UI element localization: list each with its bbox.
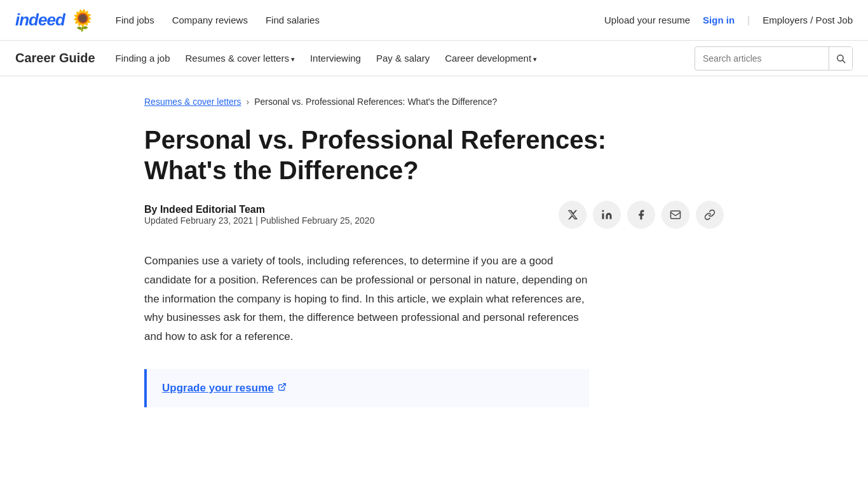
twitter-share-button[interactable] — [559, 201, 587, 229]
facebook-icon — [635, 209, 647, 220]
career-guide-title: Career Guide — [15, 51, 95, 65]
search-container — [695, 46, 853, 71]
resumes-dropdown-arrow: ▾ — [291, 55, 295, 63]
article-title: Personal vs. Professional References: Wh… — [144, 125, 665, 186]
email-share-button[interactable] — [661, 201, 689, 229]
resumes-cover-letters-link[interactable]: Resumes & cover letters▾ — [186, 53, 295, 64]
indeed-wordmark: indeed — [15, 10, 65, 30]
pay-salary-link[interactable]: Pay & salary — [376, 53, 430, 64]
linkedin-share-button[interactable] — [593, 201, 621, 229]
sign-in-link[interactable]: Sign in — [703, 15, 735, 25]
breadcrumb-parent-link[interactable]: Resumes & cover letters — [144, 97, 241, 107]
svg-line-1 — [843, 60, 845, 63]
company-reviews-link[interactable]: Company reviews — [172, 15, 248, 25]
career-dev-dropdown-arrow: ▾ — [533, 55, 537, 63]
upgrade-link-text: Upgrade your resume — [162, 382, 274, 395]
main-content: Resumes & cover letters › Personal vs. P… — [0, 76, 868, 445]
social-share-buttons — [559, 201, 724, 229]
article-updated: Updated February 23, 2021 — [144, 215, 253, 226]
article-author: By Indeed Editorial Team — [144, 204, 374, 215]
breadcrumb-current: Personal vs. Professional References: Wh… — [254, 97, 497, 107]
find-salaries-link[interactable]: Find salaries — [266, 15, 320, 25]
career-guide-nav: Career Guide Finding a job Resumes & cov… — [0, 41, 868, 76]
top-nav-right: Upload your resume Sign in | Employers /… — [604, 15, 853, 26]
employers-link[interactable]: Employers / Post Job — [763, 15, 853, 25]
svg-point-2 — [602, 210, 604, 212]
finding-job-link[interactable]: Finding a job — [116, 53, 170, 64]
upgrade-resume-link[interactable]: Upgrade your resume — [162, 382, 287, 395]
facebook-share-button[interactable] — [627, 201, 655, 229]
upgrade-resume-box: Upgrade your resume — [144, 369, 589, 407]
article-published: Published February 25, 2020 — [261, 215, 375, 226]
copy-link-button[interactable] — [696, 201, 724, 229]
external-link-icon — [278, 382, 287, 395]
find-jobs-link[interactable]: Find jobs — [116, 15, 154, 25]
nav-divider: | — [747, 15, 750, 26]
top-nav-links: Find jobs Company reviews Find salaries — [116, 15, 604, 25]
interviewing-link[interactable]: Interviewing — [310, 53, 361, 64]
breadcrumb-chevron: › — [247, 97, 250, 107]
search-input[interactable] — [695, 53, 829, 64]
search-button[interactable] — [829, 47, 852, 70]
svg-rect-3 — [671, 211, 681, 219]
article-meta: By Indeed Editorial Team Updated Februar… — [144, 201, 724, 229]
career-nav-links: Finding a job Resumes & cover letters▾ I… — [116, 53, 695, 64]
svg-line-4 — [281, 384, 285, 388]
article-meta-info: By Indeed Editorial Team Updated Februar… — [144, 204, 374, 226]
upload-resume-link[interactable]: Upload your resume — [604, 15, 690, 25]
email-icon — [670, 209, 681, 220]
article-dates: Updated February 23, 2021 | Published Fe… — [144, 215, 374, 226]
article-separator: | — [255, 215, 261, 226]
indeed-logo[interactable]: indeed 🌻 — [15, 8, 95, 32]
career-development-link[interactable]: Career development▾ — [445, 53, 537, 64]
breadcrumb: Resumes & cover letters › Personal vs. P… — [144, 97, 724, 107]
sunflower-icon: 🌻 — [70, 8, 95, 32]
link-icon — [704, 209, 715, 220]
article-body: Companies use a variety of tools, includ… — [144, 252, 589, 346]
twitter-icon — [567, 209, 578, 220]
top-nav: indeed 🌻 Find jobs Company reviews Find … — [0, 0, 868, 41]
linkedin-icon — [601, 209, 613, 220]
search-icon — [836, 53, 846, 64]
